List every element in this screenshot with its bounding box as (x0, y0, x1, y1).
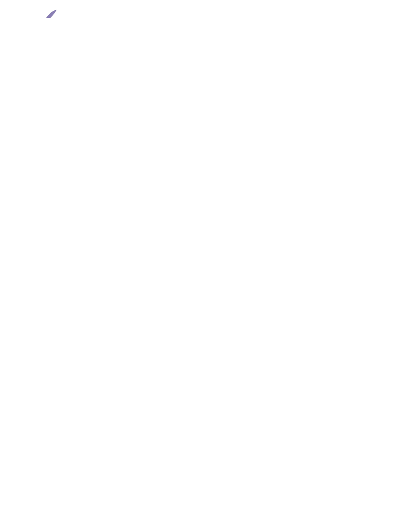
feather-logo (41, 8, 59, 18)
